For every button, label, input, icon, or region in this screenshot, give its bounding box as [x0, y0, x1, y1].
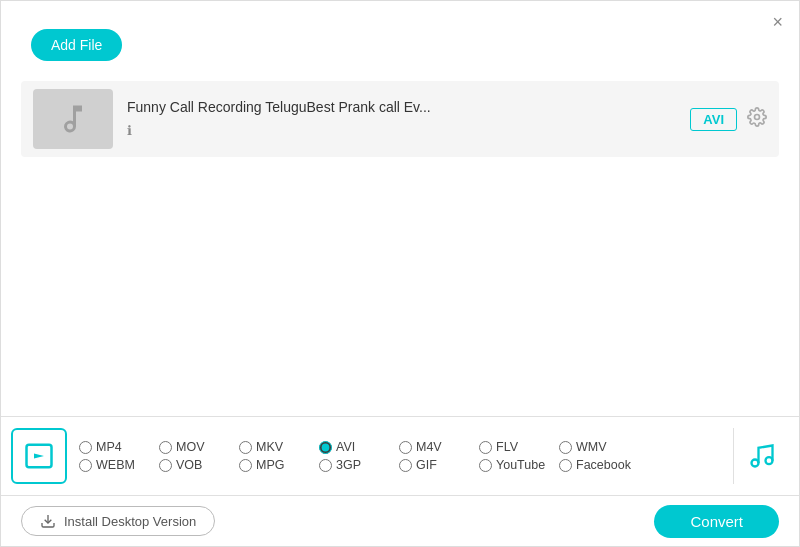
format-option-avi[interactable]: AVI [319, 440, 399, 454]
format-option-gif[interactable]: GIF [399, 458, 479, 472]
svg-point-0 [755, 114, 760, 119]
file-item: Funny Call Recording TeluguBest Prank ca… [21, 81, 779, 157]
format-label-mp4: MP4 [96, 440, 122, 454]
audio-mode-button[interactable] [733, 428, 789, 484]
format-label-youtube: YouTube [496, 458, 545, 472]
format-label-vob: VOB [176, 458, 202, 472]
video-icon [24, 441, 54, 471]
format-option-vob[interactable]: VOB [159, 458, 239, 472]
format-label-mpg: MPG [256, 458, 284, 472]
format-panel-icon[interactable] [11, 428, 67, 484]
install-label: Install Desktop Version [64, 514, 196, 529]
format-panel: MP4 MOV MKV AVI M4V FLV [1, 416, 799, 496]
format-radio-m4v[interactable] [399, 441, 412, 454]
file-info: Funny Call Recording TeluguBest Prank ca… [127, 99, 690, 139]
format-option-mp4[interactable]: MP4 [79, 440, 159, 454]
bottom-bar: Install Desktop Version Convert [1, 496, 799, 546]
format-label-mov: MOV [176, 440, 204, 454]
format-radio-mp4[interactable] [79, 441, 92, 454]
format-radio-youtube[interactable] [479, 459, 492, 472]
format-option-3gp[interactable]: 3GP [319, 458, 399, 472]
format-option-flv[interactable]: FLV [479, 440, 559, 454]
format-badge[interactable]: AVI [690, 108, 737, 131]
format-radio-vob[interactable] [159, 459, 172, 472]
convert-button[interactable]: Convert [654, 505, 779, 538]
format-option-mkv[interactable]: MKV [239, 440, 319, 454]
format-radio-avi[interactable] [319, 441, 332, 454]
install-desktop-button[interactable]: Install Desktop Version [21, 506, 215, 536]
format-label-wmv: WMV [576, 440, 607, 454]
format-radio-3gp[interactable] [319, 459, 332, 472]
format-label-facebook: Facebook [576, 458, 631, 472]
add-file-button[interactable]: Add File [31, 29, 122, 61]
file-list-area: Funny Call Recording TeluguBest Prank ca… [1, 71, 799, 416]
close-button[interactable]: × [772, 13, 783, 31]
format-option-webm[interactable]: WEBM [79, 458, 159, 472]
file-actions: AVI [690, 107, 767, 132]
svg-point-2 [751, 460, 758, 467]
format-option-mov[interactable]: MOV [159, 440, 239, 454]
format-radio-flv[interactable] [479, 441, 492, 454]
file-thumbnail [33, 89, 113, 149]
format-option-facebook[interactable]: Facebook [559, 458, 639, 472]
format-label-avi: AVI [336, 440, 355, 454]
format-label-flv: FLV [496, 440, 518, 454]
format-label-gif: GIF [416, 458, 437, 472]
format-row-1: MP4 MOV MKV AVI M4V FLV [79, 440, 725, 454]
format-option-youtube[interactable]: YouTube [479, 458, 559, 472]
format-option-mpg[interactable]: MPG [239, 458, 319, 472]
format-options-container: MP4 MOV MKV AVI M4V FLV [79, 440, 725, 472]
file-name: Funny Call Recording TeluguBest Prank ca… [127, 99, 690, 115]
format-label-m4v: M4V [416, 440, 442, 454]
format-label-webm: WEBM [96, 458, 135, 472]
music-icon [55, 101, 91, 137]
download-icon [40, 513, 56, 529]
format-label-3gp: 3GP [336, 458, 361, 472]
format-radio-facebook[interactable] [559, 459, 572, 472]
settings-button[interactable] [747, 107, 767, 132]
info-icon[interactable]: ℹ [127, 123, 132, 138]
format-radio-mov[interactable] [159, 441, 172, 454]
gear-icon [747, 107, 767, 127]
format-radio-mkv[interactable] [239, 441, 252, 454]
music-note-icon [748, 442, 776, 470]
format-radio-wmv[interactable] [559, 441, 572, 454]
format-radio-mpg[interactable] [239, 459, 252, 472]
format-option-m4v[interactable]: M4V [399, 440, 479, 454]
format-row-2: WEBM VOB MPG 3GP GIF YouTube [79, 458, 725, 472]
svg-point-3 [765, 457, 772, 464]
format-radio-gif[interactable] [399, 459, 412, 472]
format-option-wmv[interactable]: WMV [559, 440, 639, 454]
format-radio-webm[interactable] [79, 459, 92, 472]
format-label-mkv: MKV [256, 440, 283, 454]
